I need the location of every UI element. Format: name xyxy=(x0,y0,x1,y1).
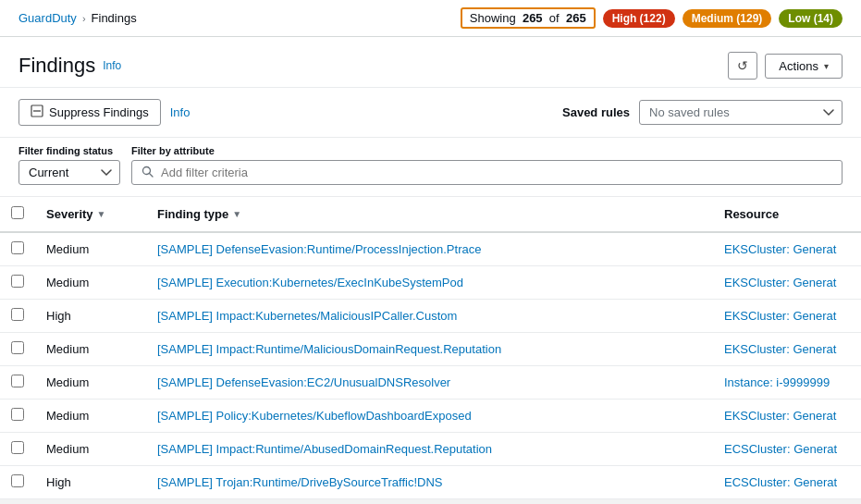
row-resource[interactable]: EKSCluster: Generat xyxy=(713,266,861,300)
table-row: Medium [SAMPLE] Execution:Kubernetes/Exe… xyxy=(0,266,861,300)
filter-info-link[interactable]: Info xyxy=(170,105,191,119)
refresh-button[interactable]: ↺ xyxy=(728,52,757,80)
row-check-cell xyxy=(0,400,35,433)
table-header: Severity ▼ Finding type ▼ Resource xyxy=(0,197,861,232)
svg-line-3 xyxy=(150,173,154,177)
row-type[interactable]: [SAMPLE] Execution:Kubernetes/ExecInKube… xyxy=(146,266,713,300)
row-type[interactable]: [SAMPLE] DefenseEvasion:EC2/UnusualDNSRe… xyxy=(146,366,713,400)
filter-left: Suppress Findings Info xyxy=(18,99,190,126)
row-type[interactable]: [SAMPLE] Impact:Runtime/MaliciousDomainR… xyxy=(146,333,713,366)
row-severity: Medium xyxy=(35,400,146,433)
row-checkbox[interactable] xyxy=(11,408,24,421)
saved-rules-select[interactable]: No saved rules xyxy=(639,100,843,125)
row-resource[interactable]: EKSCluster: Generat xyxy=(713,400,861,433)
findings-table: Severity ▼ Finding type ▼ Resource xyxy=(0,197,861,499)
row-resource[interactable]: ECSCluster: Generat xyxy=(713,466,861,499)
th-resource-label: Resource xyxy=(724,207,779,221)
table-body: Medium [SAMPLE] DefenseEvasion:Runtime/P… xyxy=(0,232,861,499)
row-checkbox[interactable] xyxy=(11,241,24,254)
th-resource: Resource xyxy=(713,197,861,232)
table-row: High [SAMPLE] Impact:Kubernetes/Maliciou… xyxy=(0,300,861,333)
findings-table-wrap: Severity ▼ Finding type ▼ Resource xyxy=(0,197,861,499)
breadcrumb-guardduty-link[interactable]: GuardDuty xyxy=(18,11,77,25)
th-severity[interactable]: Severity ▼ xyxy=(35,197,146,232)
table-row: Medium [SAMPLE] Impact:Runtime/AbusedDom… xyxy=(0,433,861,466)
filter-attr-label: Filter by attribute xyxy=(131,145,843,156)
row-checkbox[interactable] xyxy=(11,308,24,321)
top-bar: GuardDuty › Findings Showing 265 of 265 … xyxy=(0,0,861,37)
th-check xyxy=(0,197,35,232)
table-row: Medium [SAMPLE] Policy:Kubernetes/Kubefl… xyxy=(0,400,861,433)
row-resource[interactable]: ECSCluster: Generat xyxy=(713,433,861,466)
row-severity: Medium xyxy=(35,366,146,400)
row-checkbox[interactable] xyxy=(11,341,24,354)
showing-label: Showing xyxy=(470,11,516,25)
row-type[interactable]: [SAMPLE] DefenseEvasion:Runtime/ProcessI… xyxy=(146,232,713,266)
row-resource[interactable]: EKSCluster: Generat xyxy=(713,333,861,366)
filter-status-select[interactable]: Current xyxy=(18,160,120,185)
row-check-cell xyxy=(0,333,35,366)
showing-of: of xyxy=(549,11,560,25)
th-type-label: Finding type xyxy=(157,207,228,221)
suppress-findings-button[interactable]: Suppress Findings xyxy=(18,99,161,126)
row-type[interactable]: [SAMPLE] Impact:Kubernetes/MaliciousIPCa… xyxy=(146,300,713,333)
table-row: High [SAMPLE] Trojan:Runtime/DriveBySour… xyxy=(0,466,861,499)
filter-status-label: Filter finding status xyxy=(18,145,120,156)
suppress-icon xyxy=(31,104,43,120)
breadcrumb-current: Findings xyxy=(92,11,137,25)
row-severity: Medium xyxy=(35,433,146,466)
refresh-icon: ↺ xyxy=(737,58,748,73)
row-check-cell xyxy=(0,466,35,499)
row-type[interactable]: [SAMPLE] Impact:Runtime/AbusedDomainRequ… xyxy=(146,433,713,466)
row-checkbox[interactable] xyxy=(11,441,24,454)
table-row: Medium [SAMPLE] DefenseEvasion:Runtime/P… xyxy=(0,232,861,266)
row-type[interactable]: [SAMPLE] Trojan:Runtime/DriveBySourceTra… xyxy=(146,466,713,499)
breadcrumb-separator: › xyxy=(82,13,86,24)
high-severity-badge: High (122) xyxy=(603,9,675,28)
row-check-cell xyxy=(0,232,35,266)
page-title-area: Findings Info xyxy=(18,54,121,78)
row-checkbox[interactable] xyxy=(11,375,24,387)
row-severity: High xyxy=(35,466,146,499)
row-checkbox[interactable] xyxy=(11,474,24,487)
row-severity: Medium xyxy=(35,266,146,300)
row-severity: Medium xyxy=(35,232,146,266)
main-content: Findings Info ↺ Actions ▾ xyxy=(0,37,861,499)
filter-search-icon xyxy=(141,166,154,180)
page-header: Findings Info ↺ Actions ▾ xyxy=(0,37,861,88)
filter-status-group: Filter finding status Current xyxy=(18,145,120,185)
breadcrumb: GuardDuty › Findings xyxy=(18,11,137,25)
page-title: Findings xyxy=(18,54,95,78)
row-resource[interactable]: Instance: i-9999999 xyxy=(713,366,861,400)
select-all-checkbox[interactable] xyxy=(11,206,24,219)
severity-sort-icon: ▼ xyxy=(97,209,106,219)
actions-button[interactable]: Actions ▾ xyxy=(765,54,843,79)
table-row: Medium [SAMPLE] DefenseEvasion:EC2/Unusu… xyxy=(0,366,861,400)
row-checkbox[interactable] xyxy=(11,275,24,288)
showing-count: 265 xyxy=(523,11,543,25)
type-sort-icon: ▼ xyxy=(232,209,241,219)
header-actions: ↺ Actions ▾ xyxy=(728,52,843,80)
row-check-cell xyxy=(0,433,35,466)
saved-rules-label: Saved rules xyxy=(562,105,630,119)
actions-label: Actions xyxy=(779,59,818,73)
low-severity-badge: Low (14) xyxy=(779,9,843,28)
row-resource[interactable]: EKSCluster: Generat xyxy=(713,232,861,266)
filter-criteria-row: Filter finding status Current Filter by … xyxy=(0,138,861,197)
row-severity: Medium xyxy=(35,333,146,366)
filter-criteria-input[interactable] xyxy=(161,161,832,184)
page-info-link[interactable]: Info xyxy=(103,59,121,72)
actions-chevron-icon: ▾ xyxy=(824,61,829,71)
table-row: Medium [SAMPLE] Impact:Runtime/Malicious… xyxy=(0,333,861,366)
showing-total: 265 xyxy=(566,11,586,25)
row-severity: High xyxy=(35,300,146,333)
row-check-cell xyxy=(0,300,35,333)
top-bar-right: Showing 265 of 265 High (122) Medium (12… xyxy=(461,7,843,29)
filter-row: Suppress Findings Info Saved rules No sa… xyxy=(0,88,861,138)
row-resource[interactable]: EKSCluster: Generat xyxy=(713,300,861,333)
suppress-findings-label: Suppress Findings xyxy=(49,105,149,119)
th-type[interactable]: Finding type ▼ xyxy=(146,197,713,232)
row-type[interactable]: [SAMPLE] Policy:Kubernetes/KubeflowDashb… xyxy=(146,400,713,433)
filter-attr-group: Filter by attribute xyxy=(131,145,843,185)
row-check-cell xyxy=(0,366,35,400)
